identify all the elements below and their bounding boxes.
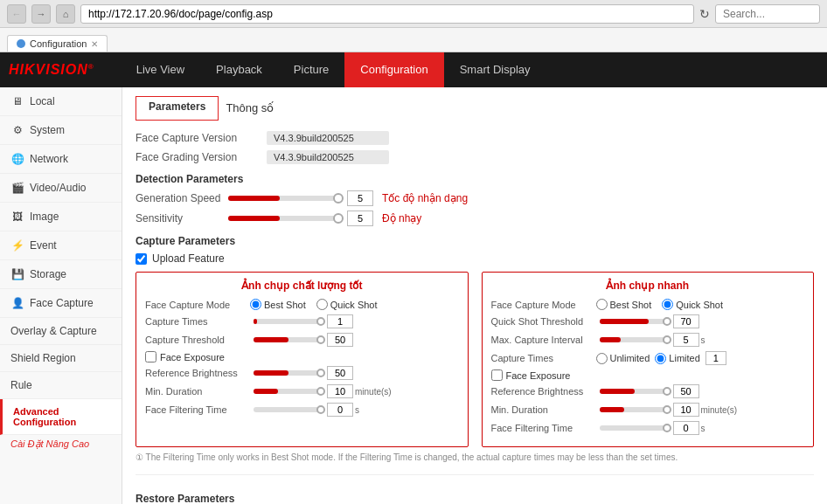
bs-best-shot-radio[interactable]: Best Shot	[250, 299, 306, 310]
sidebar-item-advanced-config-label: Advanced Configuration	[13, 406, 111, 427]
bs-capture-threshold-value[interactable]	[327, 333, 353, 347]
bs-min-duration-thumb	[316, 387, 325, 396]
upload-feature-row: Upload Feature	[136, 252, 814, 265]
qs-face-exposure-label: Face Exposure	[506, 370, 571, 381]
bs-reference-brightness-slider[interactable]	[254, 370, 323, 376]
bs-min-duration-value[interactable]	[327, 384, 353, 398]
sensitivity-slider[interactable]	[228, 216, 342, 221]
capture-panels: Ảnh chụp chất lượng tốt Face Capture Mod…	[136, 272, 814, 447]
bs-capture-times-slider[interactable]	[254, 319, 323, 324]
bs-capture-times-value[interactable]	[327, 314, 353, 328]
main-layout: 🖥 Local ⚙ System 🌐 Network 🎬 Video/Audio…	[0, 87, 827, 504]
sensitivity-fill	[228, 216, 280, 221]
sidebar-item-event[interactable]: ⚡ Event	[0, 231, 122, 260]
sensitivity-thumb	[333, 213, 344, 224]
qs-min-duration-slider[interactable]	[600, 407, 670, 412]
nav-playback[interactable]: Playback	[200, 52, 278, 87]
sidebar-item-storage[interactable]: 💾 Storage	[0, 260, 122, 289]
bs-face-filtering-unit: s	[355, 405, 359, 415]
sidebar-item-event-label: Event	[30, 239, 57, 252]
nav-links: Live View Playback Picture Configuration…	[121, 52, 827, 87]
bs-min-duration-row: Min. Duration minute(s)	[145, 384, 459, 398]
nav-picture[interactable]: Picture	[278, 52, 344, 87]
generation-speed-value[interactable]	[347, 190, 373, 206]
qs-min-duration-thumb	[663, 405, 671, 414]
qs-quick-shot-threshold-thumb	[663, 317, 671, 326]
qs-reference-brightness-slider[interactable]	[600, 389, 670, 394]
generation-speed-label: Generation Speed	[136, 192, 223, 204]
sidebar-item-image[interactable]: 🖼 Image	[0, 203, 122, 231]
qs-best-shot-radio[interactable]: Best Shot	[596, 299, 652, 310]
event-icon: ⚡	[10, 238, 24, 252]
bs-face-filtering-value[interactable]	[327, 403, 353, 417]
sidebar-item-video-audio[interactable]: 🎬 Video/Audio	[0, 174, 122, 203]
browser-search-input[interactable]	[715, 4, 820, 24]
nav-smart-display[interactable]: Smart Display	[444, 52, 546, 87]
qs-face-exposure-row: Face Exposure	[491, 369, 805, 381]
qs-quick-shot-radio[interactable]: Quick Shot	[662, 299, 723, 310]
quick-shot-panel: Ảnh chụp nhanh Face Capture Mode Best Sh…	[482, 272, 815, 447]
generation-speed-slider[interactable]	[228, 196, 342, 201]
sidebar-item-video-audio-label: Video/Audio	[30, 182, 87, 194]
tab-close-button[interactable]: ✕	[91, 39, 98, 49]
face-grading-version-label: Face Grading Version	[136, 151, 267, 163]
sensitivity-label: Sensitivity	[136, 212, 223, 224]
sidebar-item-network[interactable]: 🌐 Network	[0, 145, 122, 174]
qs-face-capture-mode-row: Face Capture Mode Best Shot Quick Shot	[491, 299, 805, 310]
best-shot-panel: Ảnh chụp chất lượng tốt Face Capture Mod…	[136, 272, 469, 447]
url-bar[interactable]	[80, 4, 694, 24]
tab-parameters[interactable]: Parameters	[136, 96, 219, 121]
nav-configuration[interactable]: Configuration	[344, 52, 443, 87]
nav-live-view[interactable]: Live View	[121, 52, 200, 87]
sensitivity-value[interactable]	[347, 211, 373, 226]
qs-min-duration-value[interactable]	[673, 403, 699, 417]
bs-capture-threshold-slider[interactable]	[254, 337, 323, 342]
qs-quick-shot-threshold-slider[interactable]	[600, 319, 670, 324]
home-button[interactable]: ⌂	[56, 4, 75, 24]
bs-reference-brightness-value[interactable]	[327, 366, 353, 380]
hint-text: ① The Filtering Time only works in Best …	[136, 452, 814, 462]
bs-min-duration-slider[interactable]	[254, 389, 323, 394]
qs-capture-times-options: Unlimited Limited	[596, 351, 726, 365]
bs-reference-brightness-row: Reference Brightness	[145, 366, 459, 380]
bs-face-filtering-slider[interactable]	[254, 407, 323, 412]
browser-tab[interactable]: Configuration ✕	[7, 35, 108, 52]
sidebar-item-system-label: System	[30, 124, 65, 136]
bs-quick-shot-radio[interactable]: Quick Shot	[316, 299, 378, 310]
sidebar-item-local[interactable]: 🖥 Local	[0, 87, 122, 116]
qs-max-capture-interval-value[interactable]	[673, 333, 699, 347]
qs-limited-radio[interactable]: Limited	[655, 353, 699, 364]
network-icon: 🌐	[10, 152, 24, 166]
image-icon: 🖼	[10, 210, 24, 224]
qs-face-filtering-slider[interactable]	[600, 425, 670, 431]
sidebar-item-overlay-capture[interactable]: Overlay & Capture	[0, 318, 122, 345]
qs-reference-brightness-value[interactable]	[673, 384, 699, 398]
bs-capture-times-fill	[254, 319, 257, 324]
sidebar-item-rule[interactable]: Rule	[0, 372, 122, 399]
qs-quick-shot-threshold-value[interactable]	[673, 314, 699, 328]
qs-face-filtering-row: Face Filtering Time s	[491, 421, 805, 435]
generation-speed-thumb	[333, 193, 344, 204]
qs-limited-value[interactable]	[705, 351, 726, 365]
sidebar-item-overlay-capture-label: Overlay & Capture	[10, 325, 97, 337]
sidebar-item-network-label: Network	[30, 153, 68, 165]
back-button[interactable]: ←	[7, 4, 26, 24]
sub-tab-vn-label: Thông số	[226, 96, 274, 121]
forward-button[interactable]: →	[31, 4, 51, 24]
sidebar-item-face-capture[interactable]: 👤 Face Capture	[0, 289, 122, 318]
top-nav: HIKVISION® Live View Playback Picture Co…	[0, 52, 827, 87]
bs-face-capture-mode-label: Face Capture Mode	[145, 300, 250, 310]
sidebar-item-shield-region[interactable]: Shield Region	[0, 345, 122, 372]
restore-params-header: Restore Parameters	[136, 493, 814, 504]
refresh-button[interactable]: ↻	[699, 7, 710, 21]
qs-max-capture-interval-slider[interactable]	[600, 337, 670, 342]
upload-feature-checkbox[interactable]	[136, 253, 147, 265]
qs-unlimited-radio[interactable]: Unlimited	[596, 353, 650, 364]
bs-face-filtering-label: Face Filtering Time	[145, 404, 250, 415]
sidebar-item-advanced-config[interactable]: Advanced Configuration	[0, 399, 122, 435]
bs-face-exposure-checkbox[interactable]	[145, 351, 156, 362]
qs-face-filtering-value[interactable]	[673, 421, 699, 435]
qs-max-capture-interval-fill	[600, 337, 621, 342]
qs-face-exposure-checkbox[interactable]	[491, 369, 503, 381]
sidebar-item-system[interactable]: ⚙ System	[0, 116, 122, 145]
